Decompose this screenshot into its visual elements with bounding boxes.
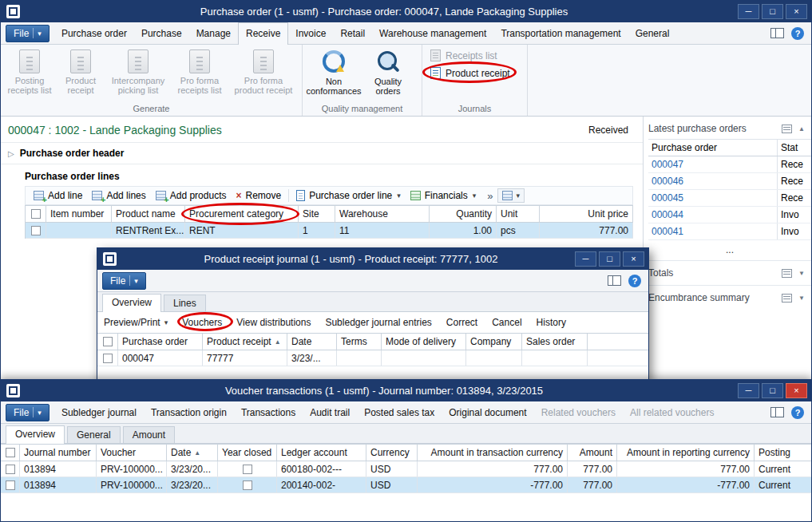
- help-icon[interactable]: ?: [791, 27, 804, 40]
- tab-lines[interactable]: Lines: [164, 295, 206, 311]
- add-lines-button[interactable]: Add lines: [87, 188, 150, 203]
- col-product-name[interactable]: Product name: [112, 206, 185, 222]
- select-all-checkbox[interactable]: [31, 209, 41, 219]
- menu-posted-sales-tax[interactable]: Posted sales tax: [357, 402, 442, 423]
- col-mode-of-delivery[interactable]: Mode of delivery: [382, 334, 466, 350]
- voucher-row[interactable]: 013894 PRV-100000... 3/23/20... 600180-0…: [1, 461, 811, 477]
- financials-menu-button[interactable]: Financials ▾: [406, 188, 481, 203]
- col-amount-reporting-currency[interactable]: Amount in reporting currency: [617, 445, 755, 461]
- add-line-button[interactable]: Add line: [29, 188, 87, 203]
- menu-original-document[interactable]: Original document: [442, 402, 533, 423]
- purchase-order-line-menu-button[interactable]: Purchase order line ▾: [291, 188, 406, 203]
- col-date[interactable]: Date▲: [167, 445, 218, 461]
- history-button[interactable]: History: [537, 317, 566, 328]
- cancel-button[interactable]: Cancel: [492, 317, 521, 328]
- tab-overview[interactable]: Overview: [6, 425, 65, 444]
- tab-overview[interactable]: Overview: [102, 294, 161, 312]
- po-link[interactable]: 000041: [652, 226, 683, 237]
- close-button[interactable]: ×: [623, 251, 644, 267]
- select-all-header-cell[interactable]: [97, 334, 118, 350]
- tab-manage[interactable]: Manage: [189, 23, 238, 44]
- menu-transactions[interactable]: Transactions: [234, 402, 303, 423]
- purchase-order-header-section[interactable]: ▷ Purchase order header: [1, 143, 643, 164]
- tab-amount[interactable]: Amount: [123, 426, 175, 443]
- product-receipt-journal-button[interactable]: Product receipt: [428, 66, 521, 80]
- encumbrance-summary-section[interactable]: Encumbrance summary ▼: [644, 285, 811, 310]
- col-sales-order[interactable]: Sales order: [522, 334, 588, 350]
- row-checkbox[interactable]: [6, 465, 15, 474]
- preview-print-button[interactable]: Preview/Print ▾: [104, 317, 168, 328]
- add-products-button[interactable]: Add products: [151, 188, 232, 203]
- col-purchase-order[interactable]: Purchase order: [118, 334, 203, 350]
- col-site[interactable]: Site: [299, 206, 335, 222]
- col-year-closed[interactable]: Year closed: [218, 445, 277, 461]
- maximize-button[interactable]: □: [762, 383, 783, 398]
- tab-purchase-order[interactable]: Purchase order: [54, 23, 134, 44]
- po-link[interactable]: 000047: [652, 159, 683, 170]
- col-ledger-account[interactable]: Ledger account: [277, 445, 366, 461]
- po-line-row[interactable]: RENTRent Ex... RENT 1 11 1.00 pcs 777.00: [26, 223, 633, 239]
- vouchers-button[interactable]: Vouchers: [182, 317, 222, 328]
- minimize-button[interactable]: ─: [575, 251, 596, 267]
- row-checkbox[interactable]: [103, 354, 113, 363]
- factbox-col-purchase-order[interactable]: Purchase order: [648, 140, 778, 156]
- select-all-header-cell[interactable]: [26, 206, 46, 222]
- year-closed-checkbox[interactable]: [243, 480, 252, 490]
- collapse-icon[interactable]: ▲: [798, 125, 805, 132]
- year-closed-checkbox[interactable]: [243, 465, 252, 474]
- tab-general[interactable]: General: [628, 23, 677, 44]
- col-amount-transaction-currency[interactable]: Amount in transaction currency: [418, 445, 568, 461]
- close-button[interactable]: ×: [786, 383, 807, 398]
- minimize-button[interactable]: ─: [738, 4, 759, 19]
- expand-section-icon[interactable]: ▼: [798, 295, 805, 302]
- close-button[interactable]: ×: [786, 4, 807, 19]
- help-icon[interactable]: ?: [628, 275, 641, 287]
- menu-audit-trail[interactable]: Audit trail: [303, 402, 357, 423]
- receipt-row[interactable]: 000047 77777 3/23/...: [97, 350, 648, 366]
- col-journal-number[interactable]: Journal number: [20, 445, 97, 461]
- file-menu-button[interactable]: File ▾: [6, 404, 50, 421]
- layout-icon[interactable]: [608, 275, 621, 286]
- col-product-receipt[interactable]: Product receipt▲: [203, 334, 287, 350]
- tab-transportation-management[interactable]: Transportation management: [493, 23, 628, 44]
- factbox-menu-icon[interactable]: [782, 269, 792, 278]
- help-icon[interactable]: ?: [791, 406, 804, 419]
- col-terms[interactable]: Terms: [337, 334, 382, 350]
- col-voucher[interactable]: Voucher: [97, 445, 167, 461]
- col-item-number[interactable]: Item number: [46, 206, 112, 222]
- factbox-col-status[interactable]: Stat: [778, 142, 811, 153]
- col-amount[interactable]: Amount: [568, 445, 617, 461]
- select-all-header-cell[interactable]: [1, 445, 20, 461]
- row-checkbox[interactable]: [31, 226, 41, 235]
- expand-section-icon[interactable]: ▼: [798, 270, 805, 277]
- po-link[interactable]: 000045: [652, 192, 683, 204]
- non-conformances-button[interactable]: Non conformances: [306, 47, 362, 98]
- file-menu-button[interactable]: File ▾: [102, 272, 146, 290]
- layout-icon[interactable]: [770, 28, 784, 38]
- col-quantity[interactable]: Quantity: [430, 206, 497, 222]
- col-company[interactable]: Company: [466, 334, 522, 350]
- col-warehouse[interactable]: Warehouse: [335, 206, 430, 222]
- totals-section[interactable]: Totals ▼: [644, 260, 811, 285]
- toolbar-overflow-icon[interactable]: »: [487, 190, 493, 202]
- tab-receive[interactable]: Receive: [238, 22, 288, 45]
- factbox-menu-icon[interactable]: [782, 294, 792, 303]
- menu-subledger-journal[interactable]: Subledger journal: [54, 402, 144, 423]
- col-unit[interactable]: Unit: [497, 206, 540, 222]
- col-date[interactable]: Date: [287, 334, 337, 350]
- col-currency[interactable]: Currency: [366, 445, 418, 461]
- select-all-checkbox[interactable]: [6, 448, 15, 457]
- grid-options-button[interactable]: ▾: [497, 188, 525, 203]
- correct-button[interactable]: Correct: [446, 317, 477, 328]
- tab-invoice[interactable]: Invoice: [288, 23, 333, 44]
- col-posting[interactable]: Posting: [755, 445, 808, 461]
- maximize-button[interactable]: □: [599, 251, 620, 267]
- po-link[interactable]: 000044: [652, 209, 683, 220]
- menu-transaction-origin[interactable]: Transaction origin: [144, 402, 234, 423]
- col-procurement-category[interactable]: Procurement category: [185, 206, 299, 222]
- col-unit-price[interactable]: Unit price: [540, 206, 633, 222]
- po-link[interactable]: 000046: [652, 176, 683, 187]
- tab-warehouse-management[interactable]: Warehouse management: [372, 23, 493, 44]
- receipt-titlebar[interactable]: Product receipt journal (1 - usmf) - Pro…: [97, 248, 648, 270]
- quality-orders-button[interactable]: Quality orders: [363, 47, 413, 98]
